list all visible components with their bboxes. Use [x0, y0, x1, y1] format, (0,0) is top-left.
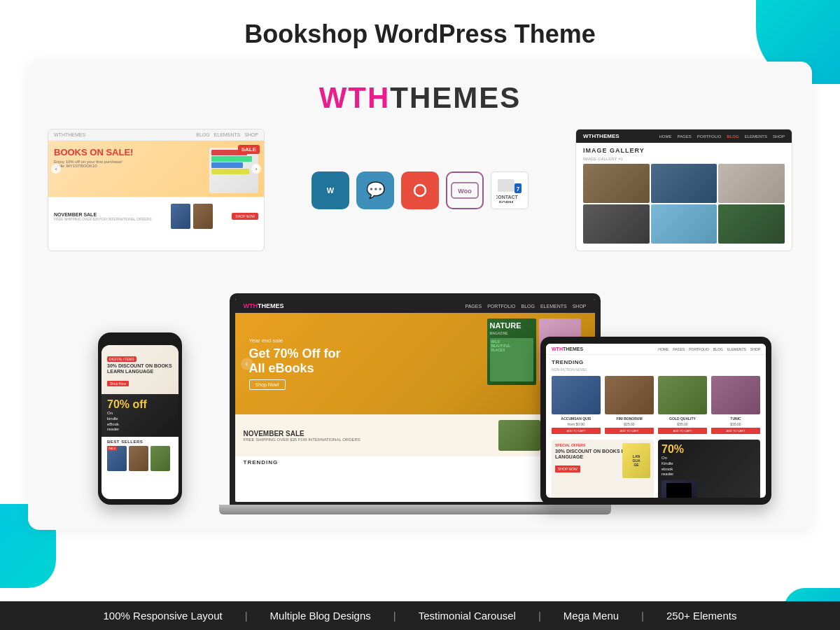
right-preview: WTHTHEMES HOME PAGES PORTFOLIO BLOG ELEM… [575, 129, 792, 251]
book-thumbnails [165, 201, 218, 232]
tablet-special-offers: SPECIAL OFFERS 30% DISCOUNT ON BOOKS LEA… [552, 440, 760, 498]
separator-1: | [234, 610, 259, 622]
nav-home: HOME [659, 134, 672, 139]
books-row: ACCUMSAN QUIS from $0.00 ADD TO CART FIN… [552, 376, 760, 434]
phone-discount-percent: 70% off [107, 398, 173, 411]
phone-book-2 [129, 446, 148, 471]
offer-shop-btn[interactable]: SHOP NOW [555, 465, 580, 472]
hero-shop-button[interactable]: Shop Now! [249, 379, 286, 390]
nav-pages: PAGES [678, 134, 692, 139]
phone-book-1: SALE [107, 446, 127, 471]
laptop-nav-portfolio: PORTFOLIO [487, 304, 515, 309]
nav-shop: SHOP [773, 134, 785, 139]
book-price-2: $25.00 [605, 422, 654, 426]
special-offer-1: SPECIAL OFFERS 30% DISCOUNT ON BOOKS LEA… [552, 440, 654, 498]
book-cover-3 [658, 376, 707, 414]
sale-nav-right[interactable]: › [251, 164, 261, 174]
hero-big-text: Get 70% Off forAll eBooks [249, 346, 341, 375]
tablet-frame: WTHTHEMES HOME PAGES PORTFOLIO BLOG ELEM… [540, 337, 771, 505]
book-thumb-1 [171, 204, 190, 229]
phone-book-row: SALE [107, 446, 173, 471]
gallery-title: IMAGE GALLERY [576, 143, 792, 157]
separator-3: | [527, 610, 552, 622]
preview-nav: BLOG ELEMENTS SHOP [196, 132, 258, 137]
svg-text:CONTACT: CONTACT [496, 195, 519, 200]
sale-nav-left[interactable]: ‹ [51, 164, 61, 174]
separator-2: | [382, 610, 407, 622]
book-price-3: $35.00 [658, 422, 707, 426]
add-to-cart-4[interactable]: ADD TO CART [711, 428, 760, 434]
page-title: Bookshop WordPress Theme [0, 0, 840, 62]
nov-banner-title: NOVEMBER SALE [244, 430, 360, 438]
nov-sale-label: NOVEMBER SALE [54, 212, 151, 217]
tablet-mockup: WTHTHEMES HOME PAGES PORTFOLIO BLOG ELEM… [540, 337, 771, 505]
add-to-cart-1[interactable]: ADD TO CART [552, 428, 601, 434]
book-card-4: TUNIC $35.00 ADD TO CART [711, 376, 760, 434]
book-title-4: TUNIC [711, 416, 760, 421]
shop-now-button[interactable]: SHOP NOW [232, 213, 258, 220]
gallery-grid [576, 164, 792, 248]
tablet-logo: WTHTHEMES [552, 346, 583, 351]
sale-text-block: BOOKS ON SALE! Enjoy 10% off on your fir… [54, 148, 205, 168]
phone-discount: 70% off On kindle eBook reader [102, 394, 178, 437]
svg-text:Woo: Woo [458, 188, 472, 195]
tab-nav-portfolio: PORTFOLIO [689, 347, 709, 351]
preview-footer: NOVEMBER SALE FREE SHIPPING OVER $35 FOR… [48, 197, 264, 235]
svg-rect-5 [498, 179, 514, 192]
book-cover-1 [552, 376, 601, 414]
svg-text:W: W [327, 186, 335, 195]
woocommerce-icon: Woo [446, 172, 484, 209]
laptop-base [219, 505, 611, 514]
add-to-cart-3[interactable]: ADD TO CART [658, 428, 707, 434]
book-title-2: FINI BONORUM [605, 416, 654, 421]
phone-bestsellers: BEST SELLERS SALE [102, 437, 178, 474]
feature-testimonial: Testimonial Carousel [407, 610, 527, 622]
mag-image: WILDBEAUTIFULPLACES [490, 338, 533, 382]
top-content-row: WTHTHEMES BLOG ELEMENTS SHOP ‹ BOOKS ON … [48, 129, 792, 251]
feature-blog: Multiple Blog Designs [259, 610, 382, 622]
phone-hero-title: 30% DISCOUNT ON BOOKS LEARN LANGUAGE [107, 363, 173, 375]
phone-mockup: DIGITAL ITEMS 30% DISCOUNT ON BOOKS LEAR… [98, 332, 182, 505]
gallery-cell-6 [718, 204, 785, 244]
separator-4: | [630, 610, 655, 622]
main-card: WTHTHEMES WTHTHEMES BLOG ELEMENTS SHOP ‹… [28, 62, 812, 530]
phone-screen: DIGITAL ITEMS 30% DISCOUNT ON BOOKS LEAR… [102, 345, 178, 499]
offer-book-decoration: LANGUAGE [622, 443, 650, 478]
svg-text:FORM: FORM [499, 200, 514, 203]
feature-mega-menu: Mega Menu [552, 610, 630, 622]
book-thumb-2 [193, 204, 213, 229]
book-card-2: FINI BONORUM $25.00 ADD TO CART [605, 376, 654, 434]
sale-title: BOOKS ON SALE! [54, 148, 205, 158]
preview-header: WTHTHEMES BLOG ELEMENTS SHOP [48, 130, 264, 141]
gallery-nav: HOME PAGES PORTFOLIO BLOG ELEMENTS SHOP [659, 134, 785, 139]
add-to-cart-2[interactable]: ADD TO CART [605, 428, 654, 434]
gallery-cell-5 [651, 204, 718, 244]
devices-row: DIGITAL ITEMS 30% DISCOUNT ON BOOKS LEAR… [48, 262, 792, 514]
nav-portfolio: PORTFOLIO [697, 134, 722, 139]
banner-img-1 [498, 420, 540, 451]
hero-small-text: Year end sale [249, 337, 341, 344]
tablet-trending-header: TRENDING [552, 359, 760, 365]
laptop-logo: WTHTHEMES [244, 302, 284, 309]
tab-nav-shop: SHOP [750, 347, 760, 351]
phone-shop-button[interactable]: Shop Now [107, 381, 129, 386]
book-cover-4 [711, 376, 760, 414]
gallery-cell-2 [651, 164, 718, 203]
book-card-1: ACCUMSAN QUIS from $0.00 ADD TO CART [552, 376, 601, 434]
phone-hero-badge: DIGITAL ITEMS [107, 356, 136, 362]
phone-discount-text: On kindle eBook reader [107, 411, 173, 433]
gallery-cell-3 [718, 164, 785, 203]
sale-badge: SALE [238, 145, 260, 154]
book-card-3: GOLD QUALITY $35.00 ADD TO CART [658, 376, 707, 434]
hero-text: Year end sale Get 70% Off forAll eBooks … [249, 337, 341, 390]
phone-notch [126, 338, 154, 342]
svg-text:7: 7 [516, 186, 519, 192]
phone-frame: DIGITAL ITEMS 30% DISCOUNT ON BOOKS LEAR… [98, 332, 182, 505]
logo-t: TH [348, 81, 390, 114]
laptop-nav-links: PAGES PORTFOLIO BLOG ELEMENTS SHOP [465, 304, 587, 309]
phone-section-title: BEST SELLERS [107, 440, 173, 444]
book-price-4: $35.00 [711, 422, 760, 426]
left-preview: WTHTHEMES BLOG ELEMENTS SHOP ‹ BOOKS ON … [48, 129, 265, 251]
phone-book-3 [150, 446, 170, 471]
gallery-header: WTHTHEMES HOME PAGES PORTFOLIO BLOG ELEM… [576, 130, 792, 143]
